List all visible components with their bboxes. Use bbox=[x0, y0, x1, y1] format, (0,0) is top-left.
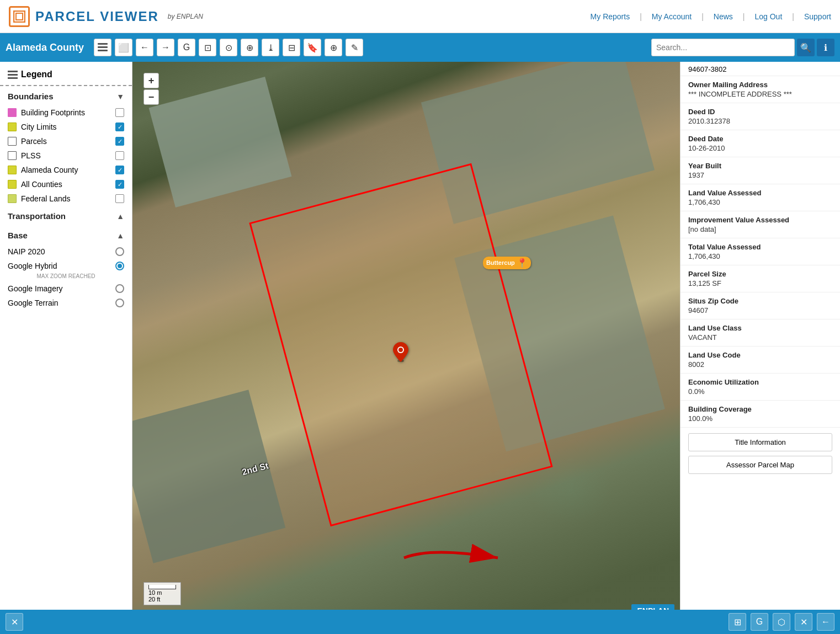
toolbar: Alameda County ⬜ ← → G ⊡ ⊙ ⊕ ⤓ ⊟ 🔖 ⊕ ✎ 🔍… bbox=[0, 33, 840, 62]
link-button[interactable]: ⊙ bbox=[220, 39, 237, 56]
back-button[interactable]: ← bbox=[136, 39, 153, 56]
svg-rect-5 bbox=[8, 71, 18, 72]
boundaries-label: Boundaries bbox=[8, 92, 54, 101]
base-section-header[interactable]: Base ▲ bbox=[0, 225, 132, 244]
search-button[interactable]: 🔍 bbox=[797, 39, 815, 56]
scale-bar-text-feet: 20 ft bbox=[148, 596, 176, 603]
nav-log-out[interactable]: Log Out bbox=[754, 12, 782, 21]
legend-header: Legend bbox=[0, 67, 132, 86]
total-value-row: Total Value Assessed 1,706,430 bbox=[680, 238, 840, 265]
boundaries-section-header[interactable]: Boundaries ▼ bbox=[0, 86, 132, 105]
situs-zip-label: Situs Zip Code bbox=[688, 297, 832, 305]
top-value-row: 94607-3802 bbox=[680, 62, 840, 76]
transportation-section-header[interactable]: Transportation ▲ bbox=[0, 206, 132, 225]
title-information-button[interactable]: Title Information bbox=[688, 433, 832, 451]
layer-naip-2020: NAIP 2020 bbox=[0, 244, 132, 259]
download-button[interactable]: ⤓ bbox=[262, 39, 279, 56]
improvement-value-label: Improvement Value Assessed bbox=[688, 216, 832, 224]
nav-my-account[interactable]: My Account bbox=[652, 12, 692, 21]
sidebar: Legend Boundaries ▼ Building Footprints … bbox=[0, 62, 132, 634]
bottom-chart-button[interactable]: ⬡ bbox=[773, 613, 790, 631]
plss-label: PLSS bbox=[21, 151, 41, 160]
building-footprints-color bbox=[8, 108, 17, 117]
alameda-county-checkbox[interactable]: ✓ bbox=[115, 166, 124, 174]
info-button[interactable]: ℹ bbox=[817, 39, 834, 56]
parcels-color bbox=[8, 137, 17, 146]
bottom-left: ✕ bbox=[6, 613, 23, 631]
google-hybrid-radio[interactable] bbox=[115, 262, 124, 270]
buttercup-label: Buttercup bbox=[486, 259, 515, 266]
zoom-out-button[interactable]: − bbox=[143, 89, 159, 105]
building-coverage-row: Building Coverage 100.0% bbox=[680, 401, 840, 428]
bookmark-button[interactable]: 🔖 bbox=[304, 39, 321, 56]
deed-id-value: 2010.312378 bbox=[688, 117, 832, 125]
bottom-g-button[interactable]: G bbox=[751, 613, 768, 631]
bottom-bar: ✕ ⊞ G ⬡ ✕ ← bbox=[0, 610, 840, 634]
identify-button[interactable]: ⊕ bbox=[241, 39, 258, 56]
deed-date-label: Deed Date bbox=[688, 135, 832, 143]
economic-util-value: 0.0% bbox=[688, 387, 832, 396]
google-imagery-radio[interactable] bbox=[115, 284, 124, 293]
svg-rect-4 bbox=[98, 50, 108, 51]
owner-address-value: *** INCOMPLETE ADDRESS *** bbox=[688, 90, 832, 98]
google-imagery-label: Google Imagery bbox=[8, 284, 63, 293]
measure-button[interactable]: ⊡ bbox=[199, 39, 216, 56]
all-counties-label: All Counties bbox=[21, 180, 62, 189]
building-footprints-label: Building Footprints bbox=[21, 108, 85, 117]
land-value-label: Land Value Assessed bbox=[688, 189, 832, 197]
bottom-back-button[interactable]: ← bbox=[817, 613, 834, 631]
extent-button[interactable]: ⬜ bbox=[115, 39, 132, 56]
total-value-label: Total Value Assessed bbox=[688, 243, 832, 251]
nav-links: My Reports | My Account | News | Log Out… bbox=[591, 12, 831, 21]
zoom-note: MAX ZOOM REACHED bbox=[0, 273, 132, 281]
map-container[interactable]: Buttercup 📍 + − 2nd St 10 m 20 ft Zoom L… bbox=[132, 62, 680, 634]
nav-divider-2: | bbox=[701, 12, 704, 21]
land-value-value: 1,706,430 bbox=[688, 198, 832, 206]
nav-my-reports[interactable]: My Reports bbox=[591, 12, 630, 21]
parcels-checkbox[interactable]: ✓ bbox=[115, 137, 124, 146]
economic-util-row: Economic Utilization 0.0% bbox=[680, 374, 840, 401]
naip-2020-radio[interactable] bbox=[115, 247, 124, 256]
top-parcel-value: 94607-3802 bbox=[688, 65, 726, 73]
all-counties-checkbox[interactable]: ✓ bbox=[115, 180, 124, 189]
situs-zip-value: 94607 bbox=[688, 306, 832, 315]
bottom-close-button[interactable]: ✕ bbox=[6, 613, 23, 631]
federal-lands-checkbox[interactable] bbox=[115, 194, 124, 203]
svg-point-10 bbox=[398, 348, 403, 352]
base-label: Base bbox=[8, 231, 28, 240]
bottom-grid-button[interactable]: ⊞ bbox=[729, 613, 746, 631]
land-use-code-label: Land Use Code bbox=[688, 351, 832, 359]
layers-button[interactable] bbox=[94, 39, 111, 56]
logo-area: PARCEL VIEWER by ENPLAN bbox=[9, 6, 203, 27]
edit-button[interactable]: ✎ bbox=[345, 39, 363, 56]
map-pin bbox=[393, 342, 408, 366]
alameda-county-color bbox=[8, 166, 17, 174]
layer-google-terrain: Google Terrain bbox=[0, 296, 132, 310]
assessor-parcel-map-button[interactable]: Assessor Parcel Map bbox=[688, 456, 832, 474]
legend-title: Legend bbox=[21, 70, 52, 79]
nav-divider-1: | bbox=[640, 12, 642, 21]
layer-google-hybrid: Google Hybrid bbox=[0, 259, 132, 273]
plss-checkbox[interactable] bbox=[115, 151, 124, 160]
buttercup-icon: 📍 bbox=[517, 258, 528, 268]
total-value-value: 1,706,430 bbox=[688, 252, 832, 260]
nav-news[interactable]: News bbox=[714, 12, 733, 21]
share-button[interactable]: ⊕ bbox=[325, 39, 342, 56]
nav-support[interactable]: Support bbox=[804, 12, 831, 21]
bottom-right: ⊞ G ⬡ ✕ ← bbox=[729, 613, 834, 631]
home-button[interactable]: G bbox=[178, 39, 195, 56]
google-terrain-radio[interactable] bbox=[115, 299, 124, 307]
forward-button[interactable]: → bbox=[157, 39, 174, 56]
building-footprints-checkbox[interactable] bbox=[115, 108, 124, 117]
google-terrain-label: Google Terrain bbox=[8, 299, 59, 307]
city-limits-checkbox[interactable]: ✓ bbox=[115, 122, 124, 131]
bottom-x-button[interactable]: ✕ bbox=[795, 613, 812, 631]
logo-icon bbox=[9, 6, 30, 27]
zoom-in-button[interactable]: + bbox=[143, 73, 159, 88]
improvement-value-row: Improvement Value Assessed [no data] bbox=[680, 211, 840, 238]
search-input[interactable] bbox=[651, 39, 795, 56]
parcel-size-label: Parcel Size bbox=[688, 270, 832, 278]
print-button[interactable]: ⊟ bbox=[283, 39, 300, 56]
city-limits-color bbox=[8, 122, 17, 131]
layer-plss: PLSS bbox=[0, 148, 132, 163]
